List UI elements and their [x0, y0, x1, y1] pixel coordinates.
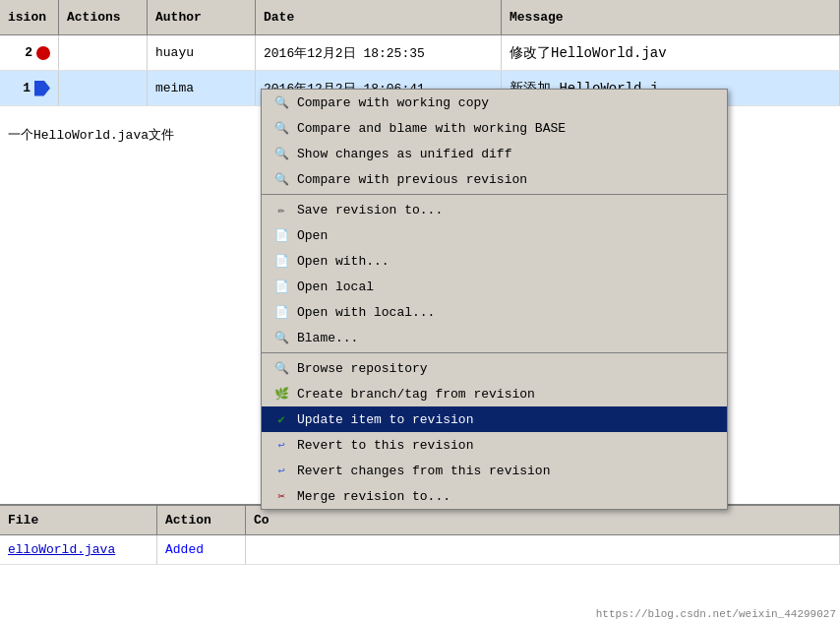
menu-item-label: Open local — [297, 280, 374, 294]
menu-item-open-with-local[interactable]: 📄Open with local... — [262, 299, 727, 325]
cell-revision-1: 1 — [0, 71, 59, 105]
cell-author-1: meima — [148, 71, 256, 105]
menu-item-label: Browse repository — [297, 361, 428, 376]
menu-item-label: Revert changes from this revision — [297, 464, 550, 478]
menu-item-label: Update item to revision — [297, 412, 473, 427]
menu-item-update-item[interactable]: ✔Update item to revision — [262, 406, 727, 432]
cell-revision-2: 2 — [0, 35, 59, 70]
open-with-local-icon: 📄 — [271, 304, 291, 320]
menu-item-revert-changes[interactable]: ↩Revert changes from this revision — [262, 458, 727, 483]
menu-item-compare-previous[interactable]: 🔍Compare with previous revision — [262, 166, 727, 192]
menu-item-compare-blame[interactable]: 🔍Compare and blame with working BASE — [262, 115, 727, 141]
menu-item-open[interactable]: 📄Open — [262, 222, 727, 248]
menu-item-label: Open with local... — [297, 305, 435, 320]
bottom-cell-file[interactable]: elloWorld.java — [0, 535, 157, 564]
menu-item-label: Revert to this revision — [297, 438, 473, 453]
menu-item-blame[interactable]: 🔍Blame... — [262, 325, 727, 350]
menu-separator — [262, 194, 727, 195]
bottom-panel: File Action Co elloWorld.java Added — [0, 504, 840, 622]
col-header-author: Author — [148, 0, 256, 34]
save-revision-icon: ✏ — [271, 202, 291, 218]
menu-item-label: Open with... — [297, 254, 390, 269]
menu-item-create-branch[interactable]: 🌿Create branch/tag from revision — [262, 381, 727, 406]
merge-revision-icon: ✂ — [271, 488, 291, 504]
col-header-actions: Actions — [59, 0, 148, 34]
action-icon-blue — [34, 81, 50, 96]
cell-message-2: 修改了HelloWorld.jav — [502, 35, 840, 70]
menu-item-compare-working[interactable]: 🔍Compare with working copy — [262, 90, 727, 115]
cell-author-2: huayu — [148, 35, 256, 70]
action-icon-red — [36, 46, 50, 60]
menu-item-show-changes[interactable]: 🔍Show changes as unified diff — [262, 141, 727, 166]
bottom-col-action: Action — [157, 506, 246, 534]
menu-item-label: Merge revision to... — [297, 489, 450, 504]
bottom-cell-copy — [246, 535, 840, 564]
menu-item-label: Show changes as unified diff — [297, 147, 511, 161]
menu-separator — [262, 352, 727, 353]
browse-repo-icon: 🔍 — [271, 360, 291, 376]
menu-item-open-with[interactable]: 📄Open with... — [262, 248, 727, 274]
menu-item-revert-to[interactable]: ↩Revert to this revision — [262, 432, 727, 458]
menu-item-label: Open — [297, 228, 328, 243]
table-row[interactable]: 2 huayu 2016年12月2日 18:25:35 修改了HelloWorl… — [0, 35, 840, 71]
menu-item-label: Compare and blame with working BASE — [297, 121, 566, 136]
menu-item-browse-repo[interactable]: 🔍Browse repository — [262, 355, 727, 381]
menu-item-save-revision[interactable]: ✏Save revision to... — [262, 197, 727, 222]
menu-item-open-local[interactable]: 📄Open local — [262, 274, 727, 299]
col-header-message: Message — [502, 0, 840, 34]
bottom-table-header: File Action Co — [0, 506, 840, 535]
compare-working-icon: 🔍 — [271, 94, 291, 110]
revert-changes-icon: ↩ — [271, 463, 291, 478]
show-changes-icon: 🔍 — [271, 146, 291, 161]
menu-item-merge-revision[interactable]: ✂Merge revision to... — [262, 483, 727, 509]
bottom-cell-action: Added — [157, 535, 246, 564]
menu-item-label: Create branch/tag from revision — [297, 387, 535, 402]
bottom-table-row[interactable]: elloWorld.java Added — [0, 535, 840, 565]
revert-to-icon: ↩ — [271, 437, 291, 453]
table-header: ision Actions Author Date Message — [0, 0, 840, 35]
cell-actions-1 — [59, 71, 148, 105]
col-header-revision: ision — [0, 0, 59, 34]
menu-item-label: Blame... — [297, 331, 358, 345]
open-icon: 📄 — [271, 227, 291, 243]
bottom-col-file: File — [0, 506, 157, 534]
bottom-col-copy: Co — [246, 506, 840, 534]
menu-item-label: Compare with working copy — [297, 95, 489, 110]
menu-item-label: Save revision to... — [297, 203, 443, 218]
cell-date-2: 2016年12月2日 18:25:35 — [256, 35, 502, 70]
open-with-icon: 📄 — [271, 253, 291, 269]
watermark: https://blog.csdn.net/weixin_44299027 — [596, 608, 836, 620]
col-header-date: Date — [256, 0, 502, 34]
description-text: 一个HelloWorld.java文件 — [0, 106, 266, 144]
context-menu: 🔍Compare with working copy🔍Compare and b… — [261, 89, 728, 510]
compare-blame-icon: 🔍 — [271, 120, 291, 136]
compare-previous-icon: 🔍 — [271, 171, 291, 187]
menu-item-label: Compare with previous revision — [297, 172, 527, 187]
blame-icon: 🔍 — [271, 330, 291, 345]
open-local-icon: 📄 — [271, 279, 291, 294]
update-item-icon: ✔ — [271, 411, 291, 427]
cell-actions-2 — [59, 35, 148, 70]
create-branch-icon: 🌿 — [271, 386, 291, 402]
